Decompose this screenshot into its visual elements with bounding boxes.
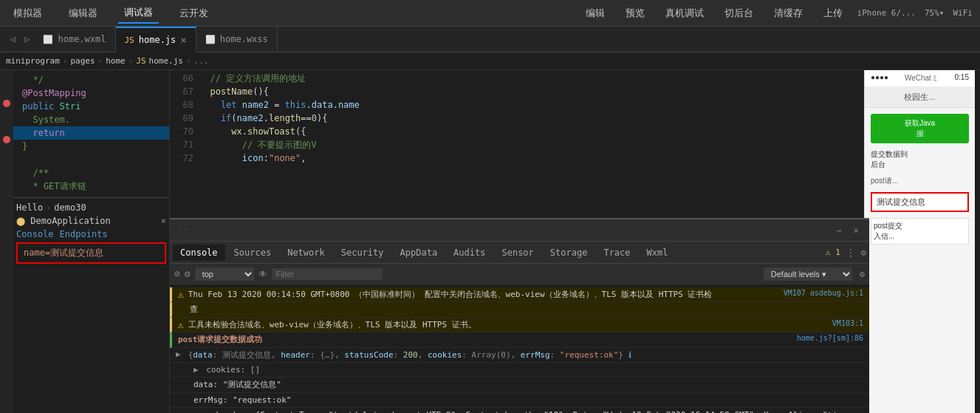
console-link-1[interactable]: VM107 asdebug.js:1	[784, 289, 863, 297]
console-entry-errmsg: errMsg: "request:ok"	[170, 393, 869, 408]
java-button[interactable]: 获取Java 据	[871, 114, 969, 143]
tab-nav-back[interactable]: ◁	[6, 34, 20, 44]
tab-home-wxss[interactable]: ⬜ home.wxss	[196, 27, 278, 52]
code-line-68: let name2 = this.data.name	[199, 98, 864, 112]
devtools-tab-right: ⚠ 1 ⋮ ⚙	[826, 248, 866, 258]
breadcrumb-homejs[interactable]: home.js	[149, 56, 183, 66]
filter-input[interactable]	[272, 268, 383, 280]
dt-tab-audits[interactable]: Audits	[446, 245, 493, 261]
tab-close-js[interactable]: ×	[180, 34, 186, 46]
console-entry-warning1-sub: 查	[170, 302, 869, 317]
console-msg-success: post请求提交数据成功	[178, 334, 792, 345]
console-entry-success: post请求提交数据成功 home.js?[sm]:86	[170, 332, 869, 347]
console-cookies: ▶ cookies: []	[193, 364, 863, 375]
devtools-settings[interactable]: ⚙	[861, 248, 866, 258]
drag-handle: ⋮⋮	[176, 226, 191, 234]
console-link-success[interactable]: home.js?[sm]:86	[797, 334, 863, 342]
devtools-minimize[interactable]: −	[832, 224, 846, 237]
devtools-close[interactable]: ×	[849, 224, 863, 237]
endpoints-link[interactable]: Endpoints	[60, 229, 108, 239]
breadcrumb-pages[interactable]: pages	[70, 56, 95, 66]
wxss-icon: ⬜	[205, 35, 216, 44]
right-phone-panel: ●●●● WeChatミ 0:15 校园生... 获取Java 据 提交数据到 …	[864, 70, 975, 413]
console-entry-data: ▶ {data: 测试提交信息, header: {…}, statusCode…	[170, 348, 869, 363]
wxml-icon: ⬜	[43, 35, 53, 44]
console-settings-icon[interactable]: ⚙	[860, 269, 865, 279]
breadcrumb-js-icon: JS	[136, 56, 145, 66]
dt-tab-sensor[interactable]: Sensor	[494, 245, 541, 261]
device-label: iPhone 6/...	[857, 8, 916, 18]
test-info-box: 测试提交信息	[871, 192, 969, 212]
log-level-selector[interactable]: Default levels ▾	[764, 267, 852, 281]
expand-header[interactable]: ▶	[193, 410, 199, 413]
dt-tab-trace[interactable]: Trace	[596, 245, 637, 261]
console-link[interactable]: Console	[16, 229, 54, 239]
toolbar-right: 编辑 预览 真机调试 切后台 清缓存 上传 iPhone 6/... 75%▾ …	[580, 4, 973, 23]
wifi-label: WiFi	[953, 8, 973, 18]
breadcrumb-miniprogram[interactable]: miniprogram	[6, 56, 60, 66]
console-content: ⚠ Thu Feb 13 2020 00:14:50 GMT+0800 （中国标…	[170, 284, 869, 413]
content-row: */ @PostMapping public Stri System. retu…	[0, 70, 980, 413]
dt-tab-wxml[interactable]: Wxml	[640, 245, 676, 261]
expand-cookies[interactable]: ▶	[193, 365, 199, 375]
java-line-4: System.	[13, 113, 169, 126]
demo30-label: demo30	[54, 202, 86, 213]
dt-tab-network[interactable]: Network	[280, 245, 332, 261]
warning-icon-2: ⚠	[178, 319, 184, 330]
console-msg-1: Thu Feb 13 2020 00:14:50 GMT+0800 （中国标准时…	[188, 289, 779, 300]
console-errmsg: errMsg: "request:ok"	[193, 395, 863, 406]
expand-arrow-data[interactable]: ▶	[176, 349, 181, 359]
toolbar-editor[interactable]: 编辑器	[63, 4, 103, 23]
breadcrumb-home[interactable]: home	[106, 56, 126, 66]
context-selector[interactable]: top	[195, 267, 254, 281]
tab-home-wxml[interactable]: ⬜ home.wxml	[34, 27, 115, 52]
console-header: ▶ ▶ header: {Content-Type: "text/plain;c…	[193, 409, 863, 413]
js-icon: JS	[125, 35, 134, 45]
dt-tab-security[interactable]: Security	[334, 245, 391, 261]
toolbar-cloud[interactable]: 云开发	[174, 4, 214, 23]
java-line-7	[13, 153, 169, 166]
toolbar-simulator[interactable]: 模拟器	[7, 4, 48, 23]
dt-tab-console[interactable]: Console	[173, 245, 225, 261]
devtools-tabs: Console Sources Network Security AppData…	[170, 242, 869, 264]
tab-home-js[interactable]: JS home.js ×	[116, 27, 196, 52]
eye-icon[interactable]: 👁	[258, 269, 267, 279]
submit-label: 提交数据到 后台	[871, 149, 969, 170]
toolbar-upload[interactable]: 上传	[818, 4, 849, 23]
dt-tab-sources[interactable]: Sources	[227, 245, 279, 261]
top-toolbar: 模拟器 编辑器 调试器 云开发 编辑 预览 真机调试 切后台 清缓存 上传 iP…	[0, 0, 980, 27]
devtools-more[interactable]: ⋮	[846, 248, 855, 258]
post-submit-label: post提交 入信...	[871, 218, 969, 245]
java-line-6: }	[13, 140, 169, 153]
console-entry-warning2: ⚠ 工具未检验合法域名、web-view（业务域名）、TLS 版本以及 HTTP…	[170, 318, 869, 332]
toolbar-edit[interactable]: 编辑	[580, 4, 611, 23]
toolbar-preview[interactable]: 预览	[620, 4, 651, 23]
toolbar-clear-cache[interactable]: 清缓存	[768, 4, 809, 23]
devtools-header: ⋮⋮ − ×	[170, 219, 869, 242]
console-msg-1b: 查	[190, 304, 863, 315]
console-entry-warning1: ⚠ Thu Feb 13 2020 00:14:50 GMT+0800 （中国标…	[170, 287, 869, 302]
app-wrapper: 模拟器 编辑器 调试器 云开发 编辑 预览 真机调试 切后台 清缓存 上传 iP…	[0, 0, 980, 413]
console-msg-data: {data: 测试提交信息, header: {…}, statusCode: …	[188, 349, 863, 361]
toolbar-background[interactable]: 切后台	[719, 4, 759, 23]
dt-tab-appdata[interactable]: AppData	[393, 245, 445, 261]
hello-label: Hello	[16, 202, 43, 213]
toolbar-real-device[interactable]: 真机调试	[659, 4, 710, 23]
code-line-67: postName(){	[199, 85, 864, 98]
close-icon[interactable]: ×	[161, 216, 166, 226]
java-code-panel: */ @PostMapping public Stri System. retu…	[0, 70, 170, 413]
console-options-icon[interactable]: ⚙	[185, 268, 191, 279]
toolbar-debugger[interactable]: 调试器	[118, 3, 159, 24]
console-link-2[interactable]: VM103:1	[832, 319, 863, 327]
tab-nav-forward[interactable]: ▷	[20, 34, 34, 44]
breadcrumb-sep: ›	[46, 202, 51, 213]
clear-console-icon[interactable]: ⊘	[174, 268, 180, 279]
phone-time: 0:15	[955, 73, 969, 83]
tab-bar: ◁ ▷ ⬜ home.wxml JS home.js × ⬜ home.wxss	[0, 27, 980, 52]
code-line-72: icon:"none",	[199, 151, 864, 165]
java-line-2: @PostMapping	[13, 86, 169, 100]
dt-tab-storage[interactable]: Storage	[543, 245, 595, 261]
phone-status-bar: ●●●● WeChatミ 0:15	[865, 70, 975, 87]
name-input-display: name=测试提交信息	[16, 242, 166, 264]
console-data: data: "测试提交信息"	[193, 379, 863, 390]
